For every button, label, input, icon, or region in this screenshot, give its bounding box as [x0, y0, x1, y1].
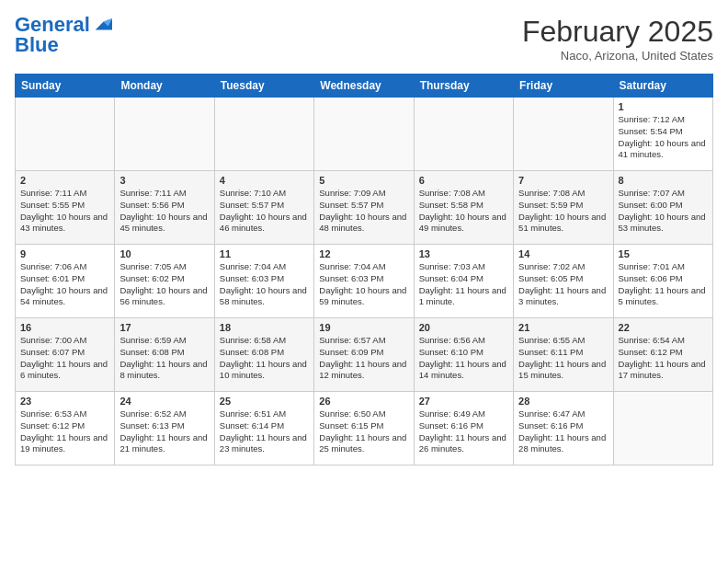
day-number: 14 — [518, 248, 608, 259]
day-info: Sunrise: 7:06 AM Sunset: 6:01 PM Dayligh… — [20, 261, 109, 308]
calendar-cell: 7Sunrise: 7:08 AM Sunset: 5:59 PM Daylig… — [514, 171, 613, 245]
day-number: 15 — [619, 248, 708, 259]
calendar-cell: 8Sunrise: 7:07 AM Sunset: 6:00 PM Daylig… — [613, 171, 712, 245]
day-info: Sunrise: 6:58 AM Sunset: 6:08 PM Dayligh… — [220, 335, 309, 382]
calendar-cell — [514, 98, 613, 171]
calendar-week-row: 1Sunrise: 7:12 AM Sunset: 5:54 PM Daylig… — [16, 98, 713, 171]
day-number: 28 — [518, 396, 608, 407]
logo-icon — [92, 15, 112, 35]
calendar-cell: 10Sunrise: 7:05 AM Sunset: 6:02 PM Dayli… — [115, 245, 214, 318]
calendar-cell: 13Sunrise: 7:03 AM Sunset: 6:04 PM Dayli… — [414, 245, 513, 318]
calendar-cell: 27Sunrise: 6:49 AM Sunset: 6:16 PM Dayli… — [414, 392, 513, 465]
calendar-cell: 16Sunrise: 7:00 AM Sunset: 6:07 PM Dayli… — [16, 318, 115, 392]
day-info: Sunrise: 7:01 AM Sunset: 6:06 PM Dayligh… — [619, 261, 708, 308]
day-info: Sunrise: 7:00 AM Sunset: 6:07 PM Dayligh… — [20, 335, 109, 382]
day-number: 12 — [319, 248, 408, 259]
day-number: 20 — [419, 322, 508, 333]
logo-blue-text: Blue — [15, 35, 59, 55]
day-number: 22 — [619, 322, 708, 333]
calendar-cell: 20Sunrise: 6:56 AM Sunset: 6:10 PM Dayli… — [414, 318, 513, 392]
month-title: February 2025 — [522, 15, 713, 49]
day-info: Sunrise: 7:02 AM Sunset: 6:05 PM Dayligh… — [518, 261, 608, 308]
day-number: 17 — [119, 322, 209, 333]
calendar-header-row: SundayMondayTuesdayWednesdayThursdayFrid… — [16, 75, 713, 98]
weekday-header: Monday — [115, 75, 214, 98]
calendar-cell: 22Sunrise: 6:54 AM Sunset: 6:12 PM Dayli… — [613, 318, 712, 392]
day-info: Sunrise: 6:53 AM Sunset: 6:12 PM Dayligh… — [20, 408, 109, 455]
day-info: Sunrise: 6:55 AM Sunset: 6:11 PM Dayligh… — [518, 335, 608, 382]
day-info: Sunrise: 7:11 AM Sunset: 5:56 PM Dayligh… — [119, 188, 209, 235]
day-number: 11 — [220, 248, 309, 259]
day-number: 13 — [419, 248, 508, 259]
calendar-week-row: 23Sunrise: 6:53 AM Sunset: 6:12 PM Dayli… — [16, 392, 713, 465]
calendar-cell: 11Sunrise: 7:04 AM Sunset: 6:03 PM Dayli… — [214, 245, 313, 318]
day-number: 21 — [518, 322, 608, 333]
day-info: Sunrise: 6:49 AM Sunset: 6:16 PM Dayligh… — [419, 408, 508, 455]
calendar-cell: 21Sunrise: 6:55 AM Sunset: 6:11 PM Dayli… — [514, 318, 613, 392]
day-number: 4 — [220, 175, 309, 186]
day-info: Sunrise: 7:09 AM Sunset: 5:57 PM Dayligh… — [319, 188, 408, 235]
day-info: Sunrise: 7:08 AM Sunset: 5:58 PM Dayligh… — [419, 188, 508, 235]
location-subtitle: Naco, Arizona, United States — [522, 49, 713, 63]
day-number: 24 — [119, 396, 209, 407]
day-number: 26 — [319, 396, 408, 407]
day-number: 8 — [619, 175, 708, 186]
day-info: Sunrise: 7:05 AM Sunset: 6:02 PM Dayligh… — [119, 261, 209, 308]
day-info: Sunrise: 6:54 AM Sunset: 6:12 PM Dayligh… — [619, 335, 708, 382]
weekday-header: Wednesday — [314, 75, 414, 98]
weekday-header: Tuesday — [214, 75, 313, 98]
logo: General Blue — [15, 15, 112, 55]
day-number: 9 — [20, 248, 109, 259]
calendar-table: SundayMondayTuesdayWednesdayThursdayFrid… — [15, 74, 713, 465]
calendar-cell — [16, 98, 115, 171]
calendar-cell: 23Sunrise: 6:53 AM Sunset: 6:12 PM Dayli… — [16, 392, 115, 465]
calendar-cell: 26Sunrise: 6:50 AM Sunset: 6:15 PM Dayli… — [314, 392, 414, 465]
calendar-cell — [613, 392, 712, 465]
calendar-cell: 17Sunrise: 6:59 AM Sunset: 6:08 PM Dayli… — [115, 318, 214, 392]
day-info: Sunrise: 7:11 AM Sunset: 5:55 PM Dayligh… — [20, 188, 109, 235]
calendar-cell: 24Sunrise: 6:52 AM Sunset: 6:13 PM Dayli… — [115, 392, 214, 465]
calendar-cell — [115, 98, 214, 171]
day-number: 2 — [20, 175, 109, 186]
day-info: Sunrise: 6:57 AM Sunset: 6:09 PM Dayligh… — [319, 335, 408, 382]
calendar-cell: 18Sunrise: 6:58 AM Sunset: 6:08 PM Dayli… — [214, 318, 313, 392]
day-info: Sunrise: 7:04 AM Sunset: 6:03 PM Dayligh… — [220, 261, 309, 308]
day-number: 7 — [518, 175, 608, 186]
title-block: February 2025 Naco, Arizona, United Stat… — [522, 15, 713, 63]
day-number: 16 — [20, 322, 109, 333]
day-number: 23 — [20, 396, 109, 407]
day-number: 10 — [119, 248, 209, 259]
calendar-cell: 12Sunrise: 7:04 AM Sunset: 6:03 PM Dayli… — [314, 245, 414, 318]
weekday-header: Friday — [514, 75, 613, 98]
day-info: Sunrise: 6:59 AM Sunset: 6:08 PM Dayligh… — [119, 335, 209, 382]
calendar-cell: 19Sunrise: 6:57 AM Sunset: 6:09 PM Dayli… — [314, 318, 414, 392]
calendar-cell — [414, 98, 513, 171]
day-info: Sunrise: 6:51 AM Sunset: 6:14 PM Dayligh… — [220, 408, 309, 455]
day-info: Sunrise: 6:52 AM Sunset: 6:13 PM Dayligh… — [119, 408, 209, 455]
day-number: 3 — [119, 175, 209, 186]
day-number: 6 — [419, 175, 508, 186]
calendar-cell: 1Sunrise: 7:12 AM Sunset: 5:54 PM Daylig… — [613, 98, 712, 171]
day-info: Sunrise: 7:10 AM Sunset: 5:57 PM Dayligh… — [220, 188, 309, 235]
day-info: Sunrise: 6:50 AM Sunset: 6:15 PM Dayligh… — [319, 408, 408, 455]
calendar-cell: 3Sunrise: 7:11 AM Sunset: 5:56 PM Daylig… — [115, 171, 214, 245]
calendar-cell: 14Sunrise: 7:02 AM Sunset: 6:05 PM Dayli… — [514, 245, 613, 318]
day-info: Sunrise: 6:47 AM Sunset: 6:16 PM Dayligh… — [518, 408, 608, 455]
day-number: 18 — [220, 322, 309, 333]
day-number: 25 — [220, 396, 309, 407]
day-number: 27 — [419, 396, 508, 407]
calendar-cell: 2Sunrise: 7:11 AM Sunset: 5:55 PM Daylig… — [16, 171, 115, 245]
calendar-cell — [314, 98, 414, 171]
page-header: General Blue February 2025 Naco, Arizona… — [15, 15, 713, 63]
calendar-cell: 25Sunrise: 6:51 AM Sunset: 6:14 PM Dayli… — [214, 392, 313, 465]
logo-text: General — [15, 15, 90, 35]
calendar-cell: 5Sunrise: 7:09 AM Sunset: 5:57 PM Daylig… — [314, 171, 414, 245]
day-info: Sunrise: 7:08 AM Sunset: 5:59 PM Dayligh… — [518, 188, 608, 235]
day-info: Sunrise: 6:56 AM Sunset: 6:10 PM Dayligh… — [419, 335, 508, 382]
day-info: Sunrise: 7:07 AM Sunset: 6:00 PM Dayligh… — [619, 188, 708, 235]
day-number: 5 — [319, 175, 408, 186]
calendar-cell: 4Sunrise: 7:10 AM Sunset: 5:57 PM Daylig… — [214, 171, 313, 245]
day-number: 19 — [319, 322, 408, 333]
weekday-header: Thursday — [414, 75, 513, 98]
calendar-cell: 28Sunrise: 6:47 AM Sunset: 6:16 PM Dayli… — [514, 392, 613, 465]
